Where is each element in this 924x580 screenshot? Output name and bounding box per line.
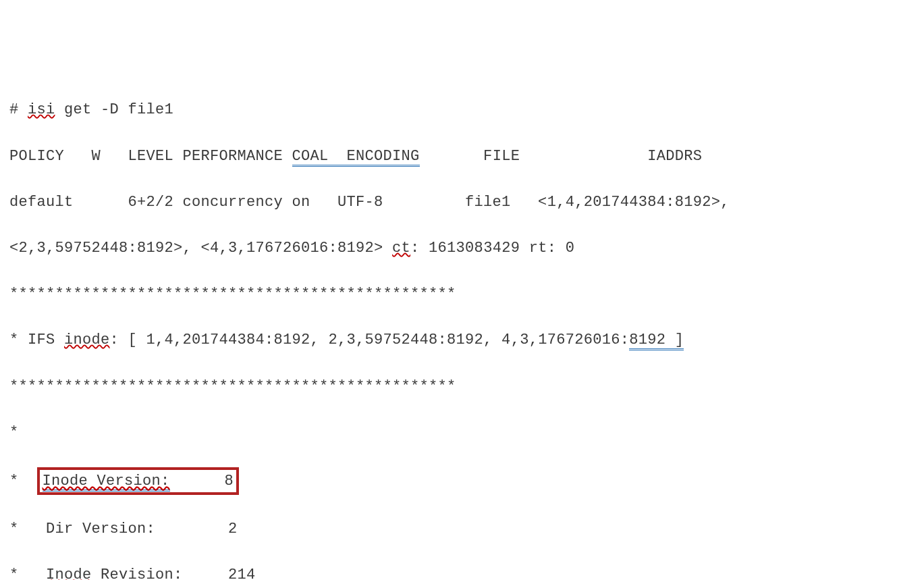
stars-2: ****************************************… [9,375,915,398]
row2-b: : 1613083429 rt: 0 [410,240,574,257]
inode-rev-b: Revision: [92,566,183,580]
ifs-a: * IFS [9,332,64,348]
cmd-rest: get -D file1 [55,101,174,118]
cmd-isi: isi [28,101,55,118]
inode-version-row: * Inode Version: 8 [9,467,915,495]
ifs-b: : [ 1,4,201744384:8192, 2,3,59752448:819… [110,332,630,348]
ifs-inode: inode [64,332,110,348]
dir-version-value: 2 [228,521,238,537]
hdr-file: FILE IADDRS [420,148,703,165]
header-row: POLICY W LEVEL PERFORMANCE COAL ENCODING… [9,145,915,168]
inode-version-value: 8 [225,473,234,490]
row2-a: <2,3,59752448:8192>, <4,3,176726016:8192… [9,240,392,257]
prompt-hash: # [9,101,28,118]
inode-version-box: Inode Version: 8 [37,467,240,495]
inode-version-label: Inode Version: [43,473,170,492]
hdr-policy: POLICY W LEVEL PERFORMANCE [9,148,292,165]
inode-rev-value: 214 [228,566,256,580]
stars-1: ****************************************… [9,283,915,306]
data-row-2: <2,3,59752448:8192>, <4,3,176726016:8192… [9,237,915,260]
dir-version-label: Dir Version: [46,521,155,537]
hdr-coal-encoding: COAL ENCODING [292,148,420,167]
dir-version-row: * Dir Version: 2 [9,518,915,541]
command-line: # isi get -D file1 [9,99,915,122]
lonestar: * [9,421,915,444]
ifs-inode-row: * IFS inode: [ 1,4,201744384:8192, 2,3,5… [9,329,915,352]
inode-revision-row: * Inode Revision: 214 [9,564,915,580]
ifs-c: 8192 ] [629,332,684,350]
row2-ct: ct [392,240,410,257]
row1-text: default 6+2/2 concurrency on UTF-8 file1… [9,194,730,211]
inode-rev-a: Inode [46,566,92,580]
data-row-1: default 6+2/2 concurrency on UTF-8 file1… [9,191,915,214]
